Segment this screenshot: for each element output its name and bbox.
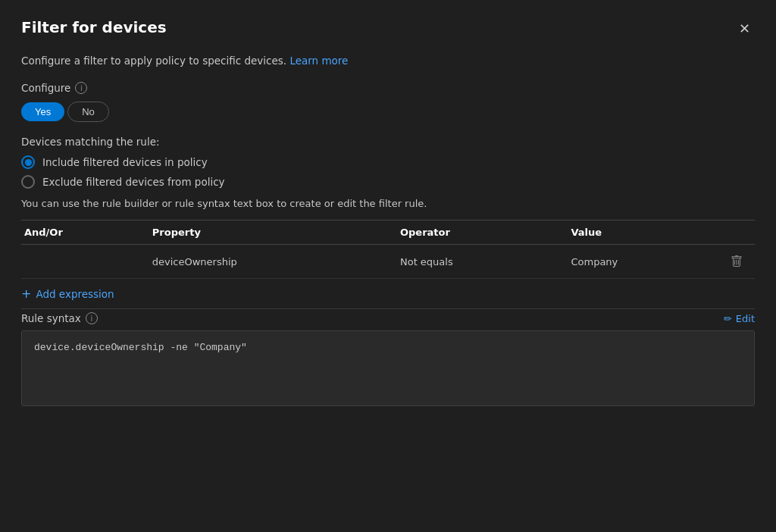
plus-icon: + bbox=[21, 286, 31, 301]
radio-include-input[interactable] bbox=[21, 155, 35, 169]
cell-property: deviceOwnership bbox=[143, 245, 391, 279]
col-header-operator: Operator bbox=[391, 221, 562, 245]
subtitle-text: Configure a filter to apply policy to sp… bbox=[21, 55, 755, 67]
cell-delete[interactable] bbox=[718, 245, 755, 279]
devices-matching-label: Devices matching the rule: bbox=[21, 136, 755, 148]
rule-syntax-label: Rule syntax bbox=[21, 312, 81, 324]
rule-table: And/Or Property Operator Value deviceOwn… bbox=[21, 221, 755, 279]
trash-icon bbox=[731, 255, 743, 268]
rule-syntax-info-icon[interactable]: i bbox=[86, 312, 98, 324]
radio-include-label: Include filtered devices in policy bbox=[42, 156, 208, 168]
col-header-and-or: And/Or bbox=[21, 221, 143, 245]
radio-exclude[interactable]: Exclude filtered devices from policy bbox=[21, 175, 755, 189]
col-header-property: Property bbox=[143, 221, 391, 245]
edit-label: Edit bbox=[736, 313, 755, 324]
radio-include[interactable]: Include filtered devices in policy bbox=[21, 155, 755, 169]
rule-syntax-box: device.deviceOwnership -ne "Company" bbox=[21, 330, 755, 406]
devices-matching-section: Devices matching the rule: Include filte… bbox=[21, 136, 755, 209]
filter-dialog: Filter for devices ✕ Configure a filter … bbox=[0, 0, 776, 532]
cell-operator: Not equals bbox=[391, 245, 562, 279]
add-expression-label: Add expression bbox=[36, 288, 114, 300]
configure-info-icon[interactable]: i bbox=[75, 82, 87, 94]
pencil-icon: ✏ bbox=[724, 313, 732, 324]
rule-syntax-edit-link[interactable]: ✏ Edit bbox=[724, 313, 755, 324]
subtitle-description: Configure a filter to apply policy to sp… bbox=[21, 55, 286, 67]
table-row: deviceOwnership Not equals Company bbox=[21, 245, 755, 279]
cell-value: Company bbox=[562, 245, 718, 279]
rule-table-container: And/Or Property Operator Value deviceOwn… bbox=[21, 220, 755, 279]
rule-syntax-section: Rule syntax i ✏ Edit device.deviceOwners… bbox=[21, 312, 755, 406]
configure-label-row: Configure i bbox=[21, 82, 755, 94]
table-header-row: And/Or Property Operator Value bbox=[21, 221, 755, 245]
radio-exclude-label: Exclude filtered devices from policy bbox=[42, 176, 225, 188]
cell-and-or bbox=[21, 245, 143, 279]
radio-exclude-input[interactable] bbox=[21, 175, 35, 189]
dialog-title: Filter for devices bbox=[21, 18, 167, 36]
rule-syntax-label-row: Rule syntax i bbox=[21, 312, 98, 324]
col-header-actions bbox=[718, 221, 755, 245]
rule-syntax-header: Rule syntax i ✏ Edit bbox=[21, 312, 755, 324]
toggle-no-button[interactable]: No bbox=[67, 102, 109, 122]
add-expression-link[interactable]: + Add expression bbox=[21, 279, 755, 308]
configure-toggle-group: Yes No bbox=[21, 102, 755, 122]
col-header-value: Value bbox=[562, 221, 718, 245]
radio-group: Include filtered devices in policy Exclu… bbox=[21, 155, 755, 189]
configure-section: Configure i Yes No bbox=[21, 82, 755, 122]
delete-row-button[interactable] bbox=[728, 252, 746, 271]
configure-label: Configure bbox=[21, 82, 70, 94]
dialog-header: Filter for devices ✕ bbox=[21, 18, 755, 39]
close-button[interactable]: ✕ bbox=[734, 18, 755, 39]
rule-builder-hint: You can use the rule builder or rule syn… bbox=[21, 198, 755, 209]
learn-more-link[interactable]: Learn more bbox=[289, 55, 348, 67]
toggle-yes-button[interactable]: Yes bbox=[21, 102, 64, 121]
section-divider bbox=[21, 308, 755, 309]
